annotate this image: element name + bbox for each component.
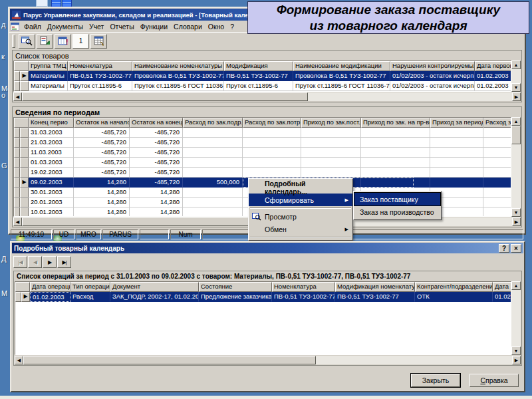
column-header[interactable]: Документ (110, 282, 199, 292)
column-header[interactable]: Приход по зак. на пр-во (361, 118, 430, 128)
row-selector[interactable] (20, 128, 29, 138)
dialog-titlebar[interactable]: Подробный товарный календарь ? × (12, 243, 523, 253)
menu-dictionaries[interactable]: Словари (171, 22, 205, 31)
row-selector[interactable] (14, 188, 20, 198)
scroll-thumb[interactable] (22, 217, 281, 226)
table-row[interactable]: 19.02.2003-485,720-485,720 (14, 168, 511, 178)
row-selector[interactable] (20, 158, 29, 168)
row-selector[interactable] (20, 138, 29, 148)
row-selector[interactable] (14, 138, 20, 148)
nav-prev-button[interactable]: ◀ (28, 256, 42, 268)
column-header[interactable]: Наименование номенклатуры (132, 61, 224, 71)
menu-documents[interactable]: Документы (45, 22, 86, 31)
menu-file[interactable]: Файл (21, 22, 44, 31)
column-header[interactable]: Группа ТМЦ (29, 61, 68, 71)
scroll-thumb[interactable] (22, 92, 308, 101)
column-header[interactable]: Остаток на конец (130, 118, 183, 128)
column-header[interactable]: Расход по зак.потр. (243, 118, 301, 128)
row-marker[interactable]: ▶ (20, 71, 29, 81)
table-row[interactable]: ▶01.02.2003РасходЗАК_ПОДР, 2002-17, 01.0… (15, 292, 511, 302)
table-row[interactable]: ▶МатериалыПВ-0,51 ТУЗ-1002-77Проволока В… (14, 71, 511, 81)
scroll-down-icon[interactable]: ▼ (511, 208, 521, 217)
menu-functions[interactable]: Функции (138, 22, 170, 31)
context-item-detail-calendar[interactable]: Подробный календарь... (249, 181, 352, 194)
goods-vertical-scrollbar[interactable]: ▲ ▼ (511, 61, 521, 92)
column-header[interactable]: Состояние (199, 282, 272, 292)
scroll-left-icon[interactable]: ◀ (13, 217, 22, 226)
select-document-button[interactable] (37, 34, 53, 49)
nav-last-button[interactable]: ▶| (57, 256, 71, 268)
periods-vertical-scrollbar[interactable]: ▲ ▼ (511, 117, 521, 217)
row-selector[interactable] (14, 128, 20, 138)
table-row[interactable]: 11.03.2003-485,720-485,720 (14, 148, 511, 158)
help-icon[interactable]: ? (499, 244, 509, 253)
scroll-up-icon[interactable]: ▲ (511, 117, 521, 126)
column-header[interactable]: Остаток на начало (74, 118, 130, 128)
row-selector[interactable] (20, 148, 29, 158)
context-item-form[interactable]: Сформировать ▶ (249, 194, 352, 206)
scroll-thumb[interactable] (511, 126, 521, 144)
close-icon[interactable]: × (511, 244, 521, 253)
row-selector[interactable] (14, 207, 20, 217)
menu-help[interactable]: ? (227, 22, 237, 31)
column-header[interactable]: Расход за перио (483, 118, 511, 128)
menu-window[interactable]: Окно (205, 22, 227, 31)
column-header[interactable]: Нарушения контролируемых па (390, 61, 475, 71)
column-header[interactable]: Модификация номенклатуры (335, 282, 415, 292)
context-item-view[interactable]: Просмотр (249, 210, 352, 223)
toolbar-grip[interactable] (12, 35, 15, 48)
help-button[interactable]: Справка (469, 374, 519, 387)
row-marker[interactable]: ▶ (20, 178, 29, 188)
table-row[interactable]: 01.03.2003-485,720-485,720 (14, 158, 511, 168)
child-window-icon[interactable] (11, 23, 19, 31)
scroll-right-icon[interactable]: ▶ (512, 217, 521, 226)
row-selector[interactable] (20, 81, 29, 91)
row-selector[interactable] (14, 168, 20, 178)
scroll-up-icon[interactable]: ▲ (511, 281, 521, 290)
row-selector[interactable] (20, 168, 29, 178)
scroll-thumb[interactable] (23, 356, 316, 364)
calendar-warning-button[interactable]: ! (55, 34, 71, 49)
calendar-grid-button[interactable] (90, 34, 107, 49)
table-row[interactable]: 21.03.2003-485,720-485,720 (14, 138, 511, 148)
row-selector[interactable] (14, 81, 20, 91)
goods-horizontal-scrollbar[interactable]: ◀ ▶ (13, 92, 521, 101)
scroll-left-icon[interactable]: ◀ (15, 356, 23, 364)
row-selector[interactable] (14, 148, 20, 158)
column-header[interactable]: Приход за период (430, 118, 483, 128)
column-header[interactable]: Дата операции (30, 282, 70, 292)
scroll-right-icon[interactable]: ▶ (512, 92, 521, 101)
preview-button[interactable] (19, 34, 35, 49)
column-header[interactable]: Расход по зак.подр. (183, 118, 243, 128)
menu-accounting[interactable]: Учет (86, 22, 106, 31)
operations-horizontal-scrollbar[interactable]: ◀ ▶ (15, 356, 521, 364)
column-header[interactable]: Тип операции (70, 282, 110, 292)
row-selector[interactable] (14, 71, 20, 81)
column-header[interactable]: Приход по зак.пост. (301, 118, 361, 128)
scroll-track[interactable] (308, 92, 512, 101)
row-selector[interactable] (20, 198, 29, 207)
table-row[interactable]: 31.03.2003-485,720-485,720 (14, 128, 511, 138)
column-header[interactable]: Наименование модификации (293, 61, 390, 71)
column-header[interactable]: Дата первого нар (475, 61, 511, 71)
one-button[interactable]: 1 (72, 34, 89, 49)
row-selector[interactable] (14, 198, 20, 207)
row-selector[interactable] (14, 158, 20, 168)
scroll-track[interactable] (511, 290, 521, 346)
scroll-left-icon[interactable]: ◀ (13, 92, 22, 101)
column-header[interactable]: Конец перио (29, 118, 74, 128)
column-header[interactable]: Модификация (224, 61, 293, 71)
context-item-exchange[interactable]: Обмен ▶ (249, 223, 352, 235)
scroll-track[interactable] (316, 356, 512, 364)
scroll-down-icon[interactable]: ▼ (511, 83, 521, 92)
row-selector[interactable] (20, 207, 29, 217)
row-selector[interactable] (15, 292, 21, 302)
scroll-up-icon[interactable]: ▲ (511, 61, 521, 69)
scroll-right-icon[interactable]: ▶ (512, 356, 521, 364)
row-selector[interactable] (20, 188, 29, 198)
table-row[interactable]: МатериалыПруток ст.11895-6Пруток ст.1189… (14, 81, 511, 91)
row-selector[interactable] (14, 178, 20, 188)
column-header[interactable]: Контрагент/подразделение (415, 282, 493, 292)
column-header[interactable]: Дата (493, 282, 511, 292)
nav-next-button[interactable]: ▶ (43, 256, 57, 268)
